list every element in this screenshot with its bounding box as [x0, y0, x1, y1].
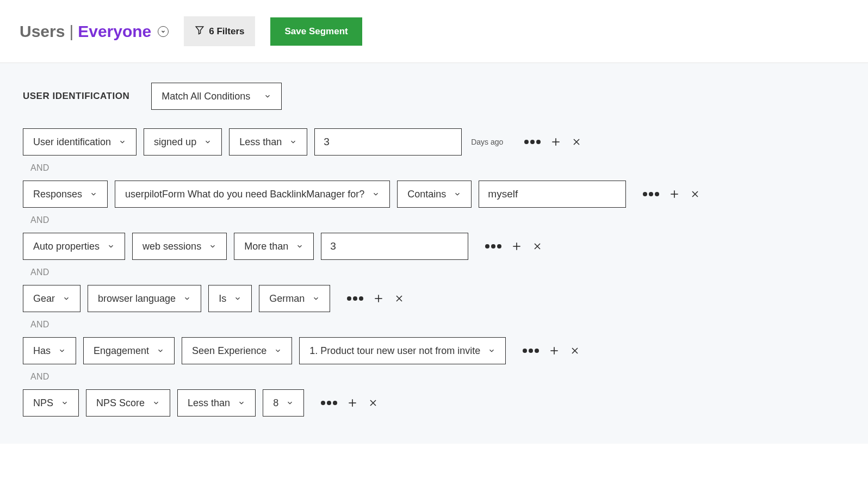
select-value: web sessions — [142, 241, 201, 252]
match-mode-value: Match All Conditions — [162, 91, 250, 102]
chevron-down-icon — [157, 347, 164, 355]
select-value: Auto properties — [33, 241, 100, 252]
chevron-down-icon — [204, 138, 212, 146]
chevron-down-icon — [107, 243, 115, 250]
more-options-button[interactable] — [524, 140, 541, 144]
remove-condition-button[interactable] — [394, 293, 405, 304]
attribute-select[interactable]: Auto properties — [23, 233, 125, 260]
add-condition-button[interactable] — [669, 189, 680, 200]
chevron-down-icon — [119, 138, 126, 146]
svg-marker-0 — [196, 27, 204, 34]
select-value: Seen Experience — [192, 345, 266, 357]
condition-row: Responses userpilotForm What do you need… — [23, 181, 845, 208]
select-value: Gear — [33, 293, 55, 305]
select-value: German — [269, 293, 305, 305]
attribute-select[interactable]: Gear — [23, 285, 80, 312]
select-value: Contains — [407, 189, 446, 200]
select-value: Responses — [33, 189, 82, 200]
operator-select[interactable]: Less than — [177, 389, 256, 417]
row-actions — [638, 189, 700, 200]
select-value: 1. Product tour new user not from invite — [309, 345, 480, 357]
filters-button[interactable]: 6 Filters — [184, 16, 255, 46]
more-options-button[interactable] — [523, 349, 539, 353]
filter-builder-area: USER IDENTIFICATION Match All Conditions… — [0, 63, 868, 444]
add-condition-button[interactable] — [549, 345, 560, 356]
more-options-button[interactable] — [347, 296, 363, 301]
page-title-group: Users | Everyone — [20, 22, 169, 41]
chevron-down-icon — [152, 399, 160, 407]
section-header-row: USER IDENTIFICATION Match All Conditions — [23, 83, 845, 110]
operator-select[interactable]: Is — [208, 285, 252, 312]
remove-condition-button[interactable] — [690, 189, 700, 200]
select-value: Is — [219, 293, 226, 305]
chevron-down-icon — [454, 190, 461, 198]
value-input[interactable] — [321, 233, 468, 260]
and-connector: AND — [30, 268, 845, 277]
chevron-down-icon — [264, 92, 271, 100]
remove-condition-button[interactable] — [532, 241, 543, 252]
row-actions — [481, 241, 543, 252]
operator-select[interactable]: Contains — [397, 181, 472, 208]
select-value: Has — [33, 345, 51, 357]
match-mode-select[interactable]: Match All Conditions — [151, 83, 282, 110]
and-connector: AND — [30, 320, 845, 330]
chevron-down-icon — [372, 190, 380, 198]
form-question-select[interactable]: userpilotForm What do you need BacklinkM… — [115, 181, 390, 208]
add-condition-button[interactable] — [347, 397, 358, 408]
more-options-button[interactable] — [485, 244, 501, 248]
chevron-down-icon — [63, 295, 70, 302]
remove-condition-button[interactable] — [368, 397, 379, 408]
value-input[interactable] — [479, 181, 626, 208]
chevron-down-icon — [234, 295, 241, 302]
operator-select[interactable]: More than — [234, 233, 314, 260]
save-segment-button[interactable]: Save Segment — [270, 17, 362, 46]
select-value: userpilotForm What do you need BacklinkM… — [125, 189, 364, 200]
row-actions — [317, 397, 379, 408]
add-condition-button[interactable] — [550, 136, 561, 147]
and-connector: AND — [30, 215, 845, 225]
more-options-button[interactable] — [321, 401, 337, 405]
select-value: 8 — [273, 397, 278, 409]
segment-dropdown-toggle[interactable] — [158, 26, 169, 37]
row-actions — [520, 136, 582, 147]
select-value: NPS — [33, 397, 53, 409]
attribute-select[interactable]: Has — [23, 337, 76, 364]
select-value: User identification — [33, 136, 111, 148]
and-connector: AND — [30, 372, 845, 382]
remove-condition-button[interactable] — [571, 136, 582, 147]
chevron-down-icon — [90, 190, 97, 198]
select-value: NPS Score — [96, 397, 145, 409]
category-select[interactable]: Engagement — [83, 337, 175, 364]
chevron-down-icon — [296, 243, 303, 250]
value-select[interactable]: 8 — [263, 389, 304, 417]
add-condition-button[interactable] — [373, 293, 384, 304]
attribute-select[interactable]: Responses — [23, 181, 108, 208]
row-actions — [343, 293, 405, 304]
property-select[interactable]: signed up — [144, 128, 222, 156]
add-condition-button[interactable] — [511, 241, 522, 252]
experience-select[interactable]: 1. Product tour new user not from invite — [299, 337, 506, 364]
select-value: browser language — [98, 293, 176, 305]
operator-select[interactable]: Less than — [229, 128, 307, 156]
condition-row: User identification signed up Less than … — [23, 128, 845, 156]
section-title: USER IDENTIFICATION — [23, 91, 129, 102]
property-select[interactable]: browser language — [88, 285, 201, 312]
value-select[interactable]: German — [259, 285, 330, 312]
more-options-button[interactable] — [643, 192, 659, 196]
select-value: Engagement — [94, 345, 149, 357]
chevron-down-icon — [488, 347, 495, 355]
property-select[interactable]: NPS Score — [86, 389, 170, 417]
select-value: signed up — [154, 136, 196, 148]
value-input[interactable] — [314, 128, 462, 156]
select-value: Less than — [188, 397, 230, 409]
condition-row: NPS NPS Score Less than 8 — [23, 389, 845, 417]
segment-name: Everyone — [78, 22, 151, 41]
operator-select[interactable]: Seen Experience — [182, 337, 292, 364]
filter-icon — [195, 25, 204, 38]
remove-condition-button[interactable] — [569, 345, 580, 356]
attribute-select[interactable]: NPS — [23, 389, 79, 417]
title-users: Users — [20, 22, 65, 41]
attribute-select[interactable]: User identification — [23, 128, 137, 156]
select-value: More than — [244, 241, 288, 252]
property-select[interactable]: web sessions — [132, 233, 227, 260]
